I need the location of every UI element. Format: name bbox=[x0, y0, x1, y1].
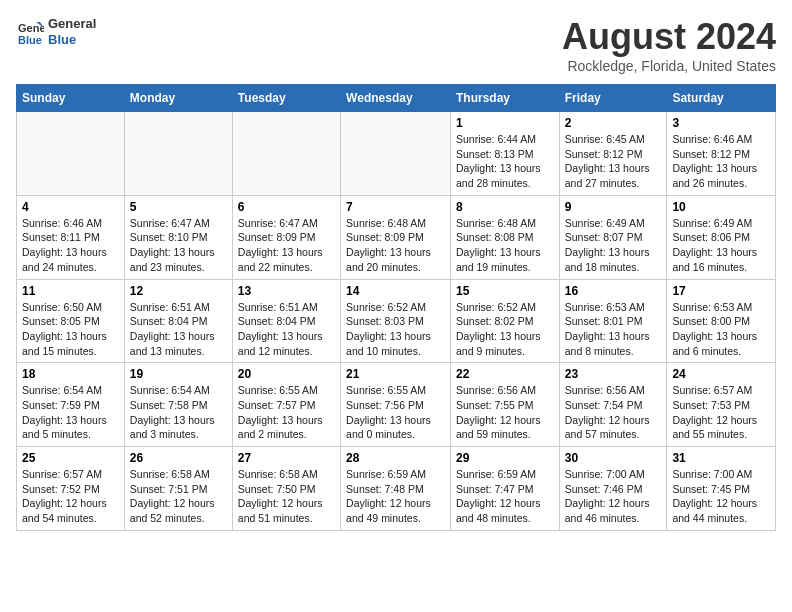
day-info: Sunrise: 6:51 AM Sunset: 8:04 PM Dayligh… bbox=[130, 300, 227, 359]
calendar-week-row: 4 Sunrise: 6:46 AM Sunset: 8:11 PM Dayli… bbox=[17, 195, 776, 279]
day-info: Sunrise: 6:49 AM Sunset: 8:06 PM Dayligh… bbox=[672, 216, 770, 275]
calendar-cell: 25 Sunrise: 6:57 AM Sunset: 7:52 PM Dayl… bbox=[17, 447, 125, 531]
day-number: 31 bbox=[672, 451, 770, 465]
day-number: 28 bbox=[346, 451, 445, 465]
calendar-cell: 3 Sunrise: 6:46 AM Sunset: 8:12 PM Dayli… bbox=[667, 112, 776, 196]
calendar-cell: 14 Sunrise: 6:52 AM Sunset: 8:03 PM Dayl… bbox=[341, 279, 451, 363]
column-header-saturday: Saturday bbox=[667, 85, 776, 112]
calendar-week-row: 1 Sunrise: 6:44 AM Sunset: 8:13 PM Dayli… bbox=[17, 112, 776, 196]
day-number: 10 bbox=[672, 200, 770, 214]
day-info: Sunrise: 6:55 AM Sunset: 7:56 PM Dayligh… bbox=[346, 383, 445, 442]
calendar-cell bbox=[341, 112, 451, 196]
day-info: Sunrise: 6:48 AM Sunset: 8:09 PM Dayligh… bbox=[346, 216, 445, 275]
day-info: Sunrise: 6:52 AM Sunset: 8:02 PM Dayligh… bbox=[456, 300, 554, 359]
day-info: Sunrise: 6:54 AM Sunset: 7:58 PM Dayligh… bbox=[130, 383, 227, 442]
day-number: 2 bbox=[565, 116, 662, 130]
calendar-cell: 7 Sunrise: 6:48 AM Sunset: 8:09 PM Dayli… bbox=[341, 195, 451, 279]
column-header-thursday: Thursday bbox=[450, 85, 559, 112]
logo-icon: General Blue bbox=[16, 18, 44, 46]
title-block: August 2024 Rockledge, Florida, United S… bbox=[562, 16, 776, 74]
day-info: Sunrise: 6:49 AM Sunset: 8:07 PM Dayligh… bbox=[565, 216, 662, 275]
day-info: Sunrise: 6:56 AM Sunset: 7:54 PM Dayligh… bbox=[565, 383, 662, 442]
calendar-cell: 19 Sunrise: 6:54 AM Sunset: 7:58 PM Dayl… bbox=[124, 363, 232, 447]
calendar-cell: 31 Sunrise: 7:00 AM Sunset: 7:45 PM Dayl… bbox=[667, 447, 776, 531]
day-number: 21 bbox=[346, 367, 445, 381]
day-number: 5 bbox=[130, 200, 227, 214]
day-number: 8 bbox=[456, 200, 554, 214]
day-info: Sunrise: 6:47 AM Sunset: 8:10 PM Dayligh… bbox=[130, 216, 227, 275]
day-info: Sunrise: 6:56 AM Sunset: 7:55 PM Dayligh… bbox=[456, 383, 554, 442]
calendar-cell: 1 Sunrise: 6:44 AM Sunset: 8:13 PM Dayli… bbox=[450, 112, 559, 196]
day-number: 3 bbox=[672, 116, 770, 130]
calendar-table: SundayMondayTuesdayWednesdayThursdayFrid… bbox=[16, 84, 776, 531]
logo-line2: Blue bbox=[48, 32, 96, 48]
day-info: Sunrise: 6:52 AM Sunset: 8:03 PM Dayligh… bbox=[346, 300, 445, 359]
day-number: 20 bbox=[238, 367, 335, 381]
calendar-cell: 21 Sunrise: 6:55 AM Sunset: 7:56 PM Dayl… bbox=[341, 363, 451, 447]
calendar-week-row: 18 Sunrise: 6:54 AM Sunset: 7:59 PM Dayl… bbox=[17, 363, 776, 447]
day-info: Sunrise: 6:46 AM Sunset: 8:12 PM Dayligh… bbox=[672, 132, 770, 191]
day-info: Sunrise: 6:53 AM Sunset: 8:00 PM Dayligh… bbox=[672, 300, 770, 359]
column-header-tuesday: Tuesday bbox=[232, 85, 340, 112]
calendar-cell: 18 Sunrise: 6:54 AM Sunset: 7:59 PM Dayl… bbox=[17, 363, 125, 447]
calendar-cell: 9 Sunrise: 6:49 AM Sunset: 8:07 PM Dayli… bbox=[559, 195, 667, 279]
calendar-cell: 30 Sunrise: 7:00 AM Sunset: 7:46 PM Dayl… bbox=[559, 447, 667, 531]
page-header: General Blue General Blue August 2024 Ro… bbox=[16, 16, 776, 74]
column-header-wednesday: Wednesday bbox=[341, 85, 451, 112]
calendar-cell: 28 Sunrise: 6:59 AM Sunset: 7:48 PM Dayl… bbox=[341, 447, 451, 531]
calendar-cell: 24 Sunrise: 6:57 AM Sunset: 7:53 PM Dayl… bbox=[667, 363, 776, 447]
day-info: Sunrise: 6:55 AM Sunset: 7:57 PM Dayligh… bbox=[238, 383, 335, 442]
day-info: Sunrise: 7:00 AM Sunset: 7:46 PM Dayligh… bbox=[565, 467, 662, 526]
day-number: 6 bbox=[238, 200, 335, 214]
logo-line1: General bbox=[48, 16, 96, 32]
column-header-sunday: Sunday bbox=[17, 85, 125, 112]
day-number: 24 bbox=[672, 367, 770, 381]
day-info: Sunrise: 6:44 AM Sunset: 8:13 PM Dayligh… bbox=[456, 132, 554, 191]
day-info: Sunrise: 6:47 AM Sunset: 8:09 PM Dayligh… bbox=[238, 216, 335, 275]
day-info: Sunrise: 6:58 AM Sunset: 7:51 PM Dayligh… bbox=[130, 467, 227, 526]
day-number: 27 bbox=[238, 451, 335, 465]
day-number: 17 bbox=[672, 284, 770, 298]
day-number: 16 bbox=[565, 284, 662, 298]
calendar-cell bbox=[232, 112, 340, 196]
day-info: Sunrise: 6:54 AM Sunset: 7:59 PM Dayligh… bbox=[22, 383, 119, 442]
calendar-header-row: SundayMondayTuesdayWednesdayThursdayFrid… bbox=[17, 85, 776, 112]
day-info: Sunrise: 6:45 AM Sunset: 8:12 PM Dayligh… bbox=[565, 132, 662, 191]
calendar-cell: 15 Sunrise: 6:52 AM Sunset: 8:02 PM Dayl… bbox=[450, 279, 559, 363]
calendar-cell: 16 Sunrise: 6:53 AM Sunset: 8:01 PM Dayl… bbox=[559, 279, 667, 363]
day-number: 26 bbox=[130, 451, 227, 465]
calendar-cell: 23 Sunrise: 6:56 AM Sunset: 7:54 PM Dayl… bbox=[559, 363, 667, 447]
calendar-cell: 17 Sunrise: 6:53 AM Sunset: 8:00 PM Dayl… bbox=[667, 279, 776, 363]
day-number: 18 bbox=[22, 367, 119, 381]
calendar-cell: 26 Sunrise: 6:58 AM Sunset: 7:51 PM Dayl… bbox=[124, 447, 232, 531]
day-info: Sunrise: 7:00 AM Sunset: 7:45 PM Dayligh… bbox=[672, 467, 770, 526]
day-number: 9 bbox=[565, 200, 662, 214]
day-number: 23 bbox=[565, 367, 662, 381]
column-header-friday: Friday bbox=[559, 85, 667, 112]
day-number: 7 bbox=[346, 200, 445, 214]
calendar-cell: 11 Sunrise: 6:50 AM Sunset: 8:05 PM Dayl… bbox=[17, 279, 125, 363]
calendar-title: August 2024 bbox=[562, 16, 776, 58]
calendar-cell: 8 Sunrise: 6:48 AM Sunset: 8:08 PM Dayli… bbox=[450, 195, 559, 279]
day-number: 30 bbox=[565, 451, 662, 465]
calendar-cell: 6 Sunrise: 6:47 AM Sunset: 8:09 PM Dayli… bbox=[232, 195, 340, 279]
day-number: 25 bbox=[22, 451, 119, 465]
day-number: 11 bbox=[22, 284, 119, 298]
calendar-cell: 5 Sunrise: 6:47 AM Sunset: 8:10 PM Dayli… bbox=[124, 195, 232, 279]
calendar-cell: 13 Sunrise: 6:51 AM Sunset: 8:04 PM Dayl… bbox=[232, 279, 340, 363]
day-info: Sunrise: 6:46 AM Sunset: 8:11 PM Dayligh… bbox=[22, 216, 119, 275]
calendar-cell: 2 Sunrise: 6:45 AM Sunset: 8:12 PM Dayli… bbox=[559, 112, 667, 196]
column-header-monday: Monday bbox=[124, 85, 232, 112]
day-number: 19 bbox=[130, 367, 227, 381]
calendar-cell bbox=[17, 112, 125, 196]
calendar-cell: 12 Sunrise: 6:51 AM Sunset: 8:04 PM Dayl… bbox=[124, 279, 232, 363]
day-number: 12 bbox=[130, 284, 227, 298]
day-info: Sunrise: 6:51 AM Sunset: 8:04 PM Dayligh… bbox=[238, 300, 335, 359]
calendar-cell: 29 Sunrise: 6:59 AM Sunset: 7:47 PM Dayl… bbox=[450, 447, 559, 531]
day-info: Sunrise: 6:57 AM Sunset: 7:53 PM Dayligh… bbox=[672, 383, 770, 442]
calendar-cell: 22 Sunrise: 6:56 AM Sunset: 7:55 PM Dayl… bbox=[450, 363, 559, 447]
day-number: 13 bbox=[238, 284, 335, 298]
calendar-cell: 10 Sunrise: 6:49 AM Sunset: 8:06 PM Dayl… bbox=[667, 195, 776, 279]
svg-text:Blue: Blue bbox=[18, 34, 42, 46]
calendar-cell: 27 Sunrise: 6:58 AM Sunset: 7:50 PM Dayl… bbox=[232, 447, 340, 531]
